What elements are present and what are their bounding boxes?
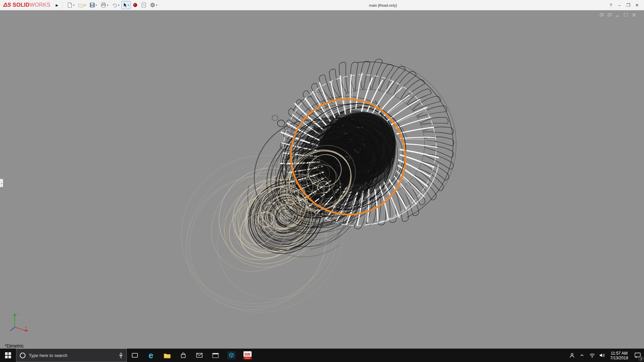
command-prompt-button[interactable] — [207, 349, 223, 362]
svg-text:2017: 2017 — [245, 357, 250, 359]
solidworks-app-button[interactable]: SW 2017 — [239, 349, 256, 362]
svg-text:SW: SW — [245, 352, 251, 356]
report-icon — [141, 2, 146, 8]
document-title: main [Read-only] — [369, 0, 397, 10]
action-center-button[interactable]: 3 — [631, 349, 644, 362]
undo-button[interactable]: ▾ — [110, 1, 121, 9]
taskbar: Type here to search e SW — [0, 349, 644, 362]
open-button[interactable]: ▾ — [76, 1, 88, 9]
view-orientation-label: *Dimetric — [5, 343, 24, 349]
people-button[interactable] — [567, 349, 577, 362]
windows-logo-icon — [5, 352, 11, 358]
mail-button[interactable] — [191, 349, 207, 362]
wifi-icon — [589, 353, 595, 358]
doc-cascade-icon[interactable] — [608, 13, 612, 17]
dassault-ds-icon: ΔS — [3, 2, 11, 8]
gear-icon — [150, 2, 155, 8]
print-dropdown[interactable]: ▾ — [107, 4, 108, 7]
solidworks-window: ΔS SOLIDWORKS ▶ ▾ ▾ ▾ ▾ — [0, 0, 644, 362]
file-explorer-button[interactable] — [159, 349, 175, 362]
taskbar-clock[interactable]: 11:57 AM 7/13/2018 — [607, 351, 631, 360]
task-view-button[interactable] — [127, 349, 143, 362]
new-document-dropdown[interactable]: ▾ — [73, 4, 74, 7]
y-axis-arrow — [13, 313, 16, 316]
notification-badge: 3 — [639, 356, 643, 361]
save-button[interactable]: ▾ — [88, 1, 99, 9]
help-button[interactable]: ? — [606, 3, 615, 8]
clock-time: 11:57 AM — [607, 351, 631, 356]
appearance-button[interactable] — [131, 1, 139, 9]
open-dropdown[interactable]: ▾ — [85, 4, 86, 7]
people-icon — [569, 353, 575, 358]
red-sphere-icon — [133, 3, 138, 7]
save-icon — [90, 2, 95, 8]
search-placeholder: Type here to search — [29, 353, 115, 358]
y-axis-label: Y — [17, 313, 19, 316]
minimize-button[interactable]: – — [615, 3, 624, 8]
doc-minimize-icon[interactable] — [616, 13, 620, 17]
new-document-icon — [67, 2, 72, 8]
z-axis — [10, 327, 15, 331]
speaker-icon — [599, 353, 605, 358]
doc-maximize-icon[interactable] — [624, 13, 628, 17]
cortana-icon — [20, 353, 25, 358]
solidworks-app-icon: SW 2017 — [244, 351, 252, 359]
system-tray: 11:57 AM 7/13/2018 3 — [567, 349, 644, 362]
clock-date: 7/13/2018 — [607, 356, 631, 360]
store-button[interactable] — [175, 349, 191, 362]
panel-collapse-tab[interactable]: ◂ — [0, 179, 3, 187]
volume-button[interactable] — [597, 349, 607, 362]
main-toolbar: ▾ ▾ ▾ ▾ ▾ ▾ — [65, 1, 159, 9]
save-dropdown[interactable]: ▾ — [96, 4, 97, 7]
print-icon — [101, 2, 106, 8]
start-button[interactable] — [0, 349, 16, 362]
report-button[interactable] — [140, 1, 148, 9]
edge-browser-button[interactable]: e — [143, 349, 159, 362]
mail-icon — [196, 353, 203, 358]
select-tool-dropdown[interactable]: ▾ — [128, 4, 129, 7]
network-button[interactable] — [587, 349, 597, 362]
store-icon — [180, 353, 186, 358]
select-arrow-icon — [123, 2, 127, 8]
x-axis-label: X — [25, 326, 27, 329]
options-dropdown[interactable]: ▾ — [156, 4, 157, 7]
new-document-button[interactable]: ▾ — [65, 1, 76, 9]
command-prompt-icon — [212, 353, 219, 358]
toolbar-flyout-arrow[interactable]: ▶ — [53, 3, 61, 7]
print-button[interactable]: ▾ — [99, 1, 110, 9]
doc-close-icon[interactable] — [632, 13, 636, 17]
undo-icon — [112, 3, 117, 8]
toolbar-separator — [62, 2, 63, 8]
select-tool-button[interactable]: ▾ — [121, 1, 131, 9]
logo-text-works: WORKS — [30, 2, 50, 8]
restore-button[interactable]: ❐ — [624, 3, 633, 8]
chevron-up-icon — [580, 354, 584, 357]
orientation-triad: Y X — [7, 311, 31, 334]
taskbar-search[interactable]: Type here to search — [16, 349, 127, 362]
doc-restore-icon[interactable] — [600, 13, 604, 17]
turbine-model-wireframe[interactable] — [0, 10, 644, 349]
edrawings-button[interactable] — [223, 349, 239, 362]
close-button[interactable]: ✕ — [633, 3, 641, 8]
file-explorer-icon — [164, 353, 171, 358]
graphics-viewport[interactable]: ◂ Y X *Dimetric — [0, 10, 644, 349]
microphone-icon[interactable] — [119, 353, 123, 358]
titlebar: ΔS SOLIDWORKS ▶ ▾ ▾ ▾ ▾ — [0, 0, 644, 10]
undo-dropdown[interactable]: ▾ — [118, 4, 119, 7]
options-button[interactable]: ▾ — [148, 1, 159, 9]
window-controls: ? – ❐ ✕ — [606, 0, 641, 10]
open-folder-icon — [78, 2, 84, 8]
document-window-controls — [600, 13, 636, 17]
edge-icon: e — [149, 351, 153, 360]
tray-overflow-button[interactable] — [577, 349, 587, 362]
edrawings-3d-icon — [228, 352, 235, 359]
solidworks-logo: ΔS SOLIDWORKS — [0, 2, 53, 8]
task-view-icon — [132, 353, 138, 358]
logo-text-solid: SOLID — [13, 2, 30, 8]
